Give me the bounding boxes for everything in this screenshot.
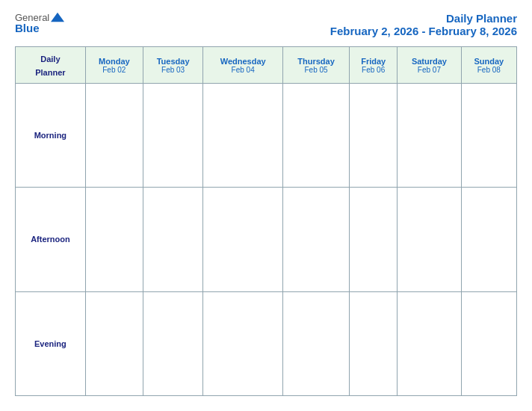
- col-header-wednesday: Wednesday Feb 04: [203, 47, 283, 84]
- row-label-evening: Evening: [16, 291, 86, 395]
- logo-general-text: General: [15, 13, 49, 22]
- header-title: Daily Planner February 2, 2026 - Februar…: [330, 12, 517, 37]
- row-evening: Evening: [16, 291, 517, 395]
- col-header-thursday: Thursday Feb 05: [282, 47, 349, 84]
- cell-afternoon-friday[interactable]: [350, 188, 398, 291]
- cell-morning-monday[interactable]: [85, 84, 143, 188]
- cell-afternoon-saturday[interactable]: [398, 188, 461, 291]
- cell-afternoon-sunday[interactable]: [461, 188, 516, 291]
- logo-blue-text: Blue: [15, 22, 40, 34]
- row-label-morning: Morning: [16, 84, 86, 188]
- cell-morning-tuesday[interactable]: [143, 84, 203, 188]
- cell-afternoon-wednesday[interactable]: [203, 188, 283, 291]
- cell-evening-tuesday[interactable]: [143, 291, 203, 395]
- col-header-friday: Friday Feb 06: [350, 47, 398, 84]
- cell-evening-wednesday[interactable]: [203, 291, 283, 395]
- page-header: General Blue Daily Planner February 2, 2…: [15, 12, 517, 37]
- col-header-monday: Monday Feb 02: [85, 47, 143, 84]
- col-header-saturday: Saturday Feb 07: [398, 47, 461, 84]
- cell-evening-friday[interactable]: [350, 291, 398, 395]
- title-date: February 2, 2026 - February 8, 2026: [330, 25, 517, 37]
- cell-morning-saturday[interactable]: [398, 84, 461, 188]
- logo: General Blue: [15, 12, 64, 34]
- cell-afternoon-tuesday[interactable]: [143, 188, 203, 291]
- cell-evening-saturday[interactable]: [398, 291, 461, 395]
- col-header-sunday: Sunday Feb 08: [461, 47, 516, 84]
- row-label-afternoon: Afternoon: [16, 188, 86, 291]
- cell-evening-thursday[interactable]: [282, 291, 349, 395]
- cell-afternoon-monday[interactable]: [85, 188, 143, 291]
- cell-morning-thursday[interactable]: [282, 84, 349, 188]
- row-morning: Morning: [16, 84, 517, 188]
- cell-evening-sunday[interactable]: [461, 291, 516, 395]
- svg-marker-0: [51, 13, 64, 22]
- cell-morning-sunday[interactable]: [461, 84, 516, 188]
- cell-morning-wednesday[interactable]: [203, 84, 283, 188]
- title-main: Daily Planner: [330, 12, 517, 25]
- col-header-tuesday: Tuesday Feb 03: [143, 47, 203, 84]
- cell-morning-friday[interactable]: [350, 84, 398, 188]
- calendar-table: DailyPlanner Monday Feb 02 Tuesday Feb 0…: [15, 46, 517, 396]
- col-header-planner: DailyPlanner: [16, 47, 86, 84]
- row-afternoon: Afternoon: [16, 188, 517, 291]
- cell-evening-monday[interactable]: [85, 291, 143, 395]
- logo-icon: [51, 12, 64, 22]
- cell-afternoon-thursday[interactable]: [282, 188, 349, 291]
- header-row: DailyPlanner Monday Feb 02 Tuesday Feb 0…: [16, 47, 517, 84]
